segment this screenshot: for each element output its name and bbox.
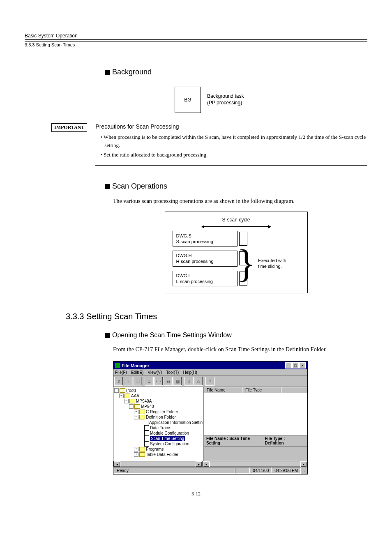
file-manager-title: File Manager — [122, 363, 149, 368]
tree-scan-time-setting[interactable]: Scan Time Setting — [150, 436, 185, 441]
tree-data-trace[interactable]: Data Trace — [150, 425, 170, 431]
scan-operations-text: The various scan processing operations a… — [113, 197, 367, 205]
resize-grip-icon[interactable]: ⋰ — [301, 467, 307, 474]
tree-toggle-icon[interactable]: − — [124, 399, 129, 403]
square-bullet-icon — [105, 184, 110, 189]
dwg-l-name: DWG.L — [176, 273, 234, 279]
list-pane: File Name File Type File Name : Scan Tim… — [204, 387, 307, 461]
tree-toggle-icon[interactable]: + — [134, 452, 138, 457]
toolbar-copy-icon[interactable]: ❐ — [133, 377, 142, 386]
tree-definition-folder[interactable]: Definition Folder — [146, 415, 176, 420]
arrow-left-icon — [201, 225, 204, 228]
tree-mp940a[interactable]: MP940A — [136, 398, 152, 404]
menu-tool[interactable]: Tool(T) — [166, 370, 179, 375]
brace-group: } Executed with time slicing. — [237, 244, 286, 283]
file-manager-window: File Manager _ □ × File(F) Edit(E) View(… — [113, 361, 308, 474]
heading-scan-operations: Scan Operations — [105, 182, 367, 191]
folder-icon — [139, 410, 145, 414]
status-ready: Ready — [114, 467, 235, 474]
document-icon — [144, 425, 149, 431]
precautions-title: Precautions for Scan Processing — [95, 123, 367, 130]
square-bullet-icon — [105, 70, 110, 75]
divider — [95, 165, 367, 166]
toolbar-view3-icon[interactable]: ☷ — [164, 377, 173, 386]
tree-module-config[interactable]: Module Configuration — [150, 431, 189, 436]
file-manager-titlebar[interactable]: File Manager _ □ × — [113, 362, 307, 369]
tree-toggle-icon[interactable]: + — [134, 447, 138, 451]
document-icon — [144, 420, 148, 425]
tree-toggle-icon[interactable]: − — [119, 394, 124, 398]
list-body[interactable] — [204, 393, 307, 435]
menu-edit[interactable]: Edit(E) — [131, 370, 144, 375]
toolbar-help-icon[interactable]: ? — [205, 377, 214, 386]
toolbar-print-icon[interactable]: ⎙ — [194, 377, 203, 386]
app-icon — [115, 363, 120, 368]
square-bullet-icon — [105, 333, 110, 338]
scroll-left-icon[interactable]: ◂ — [203, 461, 210, 467]
dwg-s-box: DWG.S S-scan processing — [173, 231, 238, 247]
tree-toggle-icon[interactable]: + — [134, 410, 138, 414]
tree-toggle-icon[interactable]: − — [129, 404, 134, 409]
toolbar-view2-icon[interactable]: ⋮⋮ — [154, 377, 163, 386]
scan-cycle-arrow — [201, 225, 271, 228]
opening-scan-time-text: From the CP-717 File Manager, double-cli… — [113, 345, 367, 354]
heading-background-text: Background — [112, 68, 152, 76]
document-icon — [144, 441, 149, 447]
status-time: 04:29:06 PM — [272, 467, 301, 474]
document-icon — [144, 431, 149, 436]
folder-open-icon — [134, 404, 140, 409]
folder-icon — [125, 394, 130, 398]
dwg-l-box: DWG.L L-scan processing — [173, 271, 238, 287]
list-col-filename[interactable]: File Name — [204, 387, 242, 393]
minimize-button[interactable]: _ — [285, 362, 292, 368]
tree-root[interactable]: (root) — [126, 388, 136, 393]
bg-task-box: BG — [175, 87, 201, 113]
list-col-blank[interactable] — [281, 387, 307, 393]
tree-app-info[interactable]: Application Information Settin — [149, 420, 203, 425]
tree-toggle-icon[interactable]: − — [114, 388, 119, 393]
status-bar: Ready 04/11/00 04:29:06 PM ⋰ — [113, 467, 307, 474]
heading-background: Background — [105, 68, 367, 76]
folder-icon — [129, 399, 135, 403]
brace-label-l2: time slicing. — [258, 263, 286, 269]
tree-toggle-icon[interactable]: − — [134, 415, 138, 419]
toolbar-cut-icon[interactable]: ✂ — [124, 377, 133, 386]
menu-help[interactable]: Help(H) — [183, 370, 197, 375]
menu-bar: File(F) Edit(E) View(V) Tool(T) Help(H) — [113, 369, 307, 376]
dwg-h-name: DWG.H — [176, 253, 234, 258]
menu-view[interactable]: View(V) — [148, 370, 162, 375]
scroll-left-icon[interactable]: ◂ — [114, 461, 120, 467]
toolbar-view1-icon[interactable]: ≣ — [145, 377, 154, 386]
bg-task-label-l2: (PP processing) — [207, 100, 244, 106]
toolbar-view4-icon[interactable]: ▦ — [173, 377, 182, 386]
tree-c-register[interactable]: C Register Folder — [146, 409, 178, 415]
tree-table-data[interactable]: Table Data Folder — [146, 452, 178, 457]
tree-aaa[interactable]: AAA — [131, 393, 139, 398]
tree-hscrollbar[interactable]: ◂ ▸ — [113, 461, 203, 467]
tree-programs[interactable]: Programs — [146, 447, 164, 452]
toolbar: ⇧ ✂ ❐ ≣ ⋮⋮ ☷ ▦ ⇩ ⎙ ? — [113, 376, 307, 387]
toolbar-send-icon[interactable]: ⇩ — [184, 377, 194, 386]
precaution-item-2: • Set the ratio allocated to background … — [100, 151, 367, 159]
toolbar-up-icon[interactable]: ⇧ — [114, 377, 123, 386]
list-hscrollbar[interactable]: ◂ ▸ — [203, 461, 307, 467]
tree-system-config[interactable]: System Configuration — [150, 441, 189, 447]
dwg-s-proc: S-scan processing — [176, 239, 234, 244]
bg-task-label: Background task (PP processing) — [207, 93, 244, 106]
scrollbar-row: ◂ ▸ ◂ ▸ — [113, 461, 307, 467]
list-col-filetype[interactable]: File Type — [242, 387, 281, 393]
list-info-filename: File Name : Scan Time Setting — [206, 436, 265, 445]
important-badge: IMPORTANT — [51, 123, 87, 132]
scroll-right-icon[interactable]: ▸ — [196, 461, 202, 467]
document-icon — [144, 436, 149, 441]
menu-file[interactable]: File(F) — [115, 370, 127, 375]
tree-mp940[interactable]: MP940 — [141, 404, 154, 409]
close-button[interactable]: × — [299, 362, 306, 368]
folder-icon — [139, 447, 145, 451]
maximize-button[interactable]: □ — [292, 362, 299, 368]
scroll-right-icon[interactable]: ▸ — [300, 461, 307, 467]
tree-pane[interactable]: −(root) −AAA −MP940A −MP940 +C Register … — [113, 387, 204, 461]
dwg-l-proc: L-scan processing — [176, 279, 234, 284]
heading-section-3-3-3: 3.3.3 Setting Scan Times — [66, 312, 367, 321]
page-header-section: 3.3.3 Setting Scan Times — [25, 41, 367, 47]
